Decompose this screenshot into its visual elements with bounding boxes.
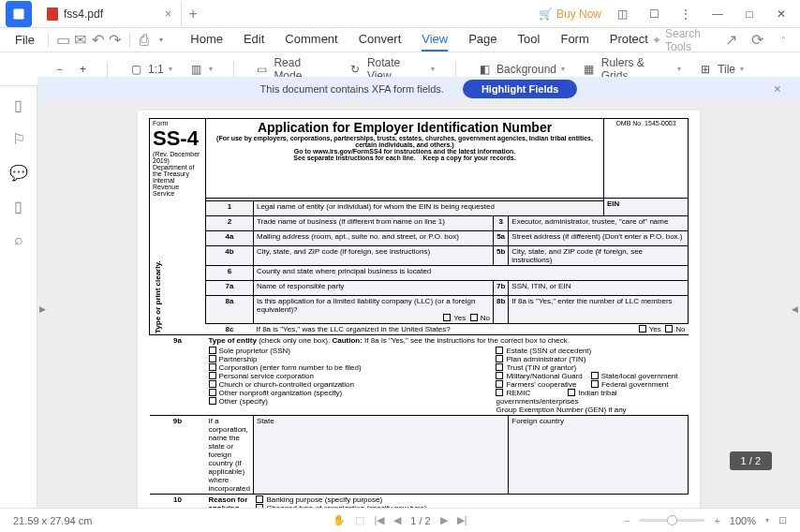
app-logo[interactable]	[6, 1, 32, 27]
next-page-button[interactable]: ▶	[440, 514, 448, 526]
tab-convert[interactable]: Convert	[359, 28, 402, 52]
tab-close-icon[interactable]: ×	[165, 7, 171, 21]
menubar: File ▭ ✉ ↶ ↷ ⎙ ▾ Home Edit Comment Conve…	[0, 28, 800, 52]
pdf-icon	[47, 7, 58, 21]
more-icon[interactable]: ⋮	[674, 3, 697, 25]
first-page-button[interactable]: |◀	[374, 514, 384, 526]
prev-page-button[interactable]: ◀	[393, 514, 401, 526]
share-icon[interactable]: ☐	[643, 3, 665, 25]
search-tools[interactable]: ✦ Search Tools	[652, 27, 713, 53]
document-tab[interactable]: fss4.pdf ×	[37, 2, 182, 26]
buy-now-link[interactable]: 🛒 Buy Now	[539, 7, 601, 21]
undo-icon[interactable]: ↶	[91, 31, 104, 50]
thumbnails-icon[interactable]: ▯	[9, 96, 28, 114]
page-dimensions: 21.59 x 27.94 cm	[13, 515, 92, 526]
zoom-in-button[interactable]: +	[80, 63, 86, 76]
tab-title: fss4.pdf	[64, 7, 103, 21]
main-tabs: Home Edit Comment Convert View Page Tool…	[190, 28, 648, 52]
bookmark-icon[interactable]: ⚐	[9, 129, 28, 148]
zoom-out-status[interactable]: −	[624, 515, 630, 526]
comments-icon[interactable]: 💬	[9, 163, 28, 182]
collapse-icon[interactable]: ⌃	[776, 31, 791, 50]
zoom-level[interactable]: 100%	[730, 515, 756, 526]
tab-protect[interactable]: Protect	[610, 28, 648, 52]
statusbar: 21.59 x 27.94 cm ✋ ⬚ |◀ ◀ 1 / 2 ▶ ▶| − +…	[0, 508, 800, 532]
maximize-button[interactable]: □	[738, 3, 761, 25]
attachments-icon[interactable]: ▯	[9, 197, 28, 215]
zoom-out-button[interactable]: −	[56, 63, 63, 76]
print-icon[interactable]: ⎙	[138, 31, 151, 50]
page-number-input[interactable]: 1 / 2	[410, 515, 430, 526]
hand-tool-icon[interactable]: ✋	[333, 514, 346, 526]
tab-form[interactable]: Form	[560, 28, 588, 52]
document-viewport[interactable]: ▶ ◀ Form SS-4 (Rev. December 2019) Depar…	[37, 101, 800, 508]
left-sidebar: ▯ ⚐ 💬 ▯ ⌕	[0, 86, 37, 508]
expand-left-icon[interactable]: ▶	[39, 304, 46, 314]
notify-icon[interactable]: ◫	[611, 3, 633, 25]
last-page-button[interactable]: ▶|	[457, 514, 467, 526]
tab-page[interactable]: Page	[468, 28, 496, 52]
cloud-icon[interactable]: ⟳	[750, 31, 765, 50]
pdf-page: Form SS-4 (Rev. December 2019) Departmen…	[138, 111, 700, 508]
tab-comment[interactable]: Comment	[285, 28, 337, 52]
infobar-close-icon[interactable]: ×	[774, 81, 781, 96]
highlight-fields-button[interactable]: Highlight Fields	[463, 80, 578, 98]
file-menu[interactable]: File	[9, 33, 40, 47]
tab-view[interactable]: View	[422, 28, 448, 52]
zoom-caret[interactable]: ▾	[765, 516, 769, 525]
titlebar: fss4.pdf × + 🛒 Buy Now ◫ ☐ ⋮ — □ ✕	[0, 0, 800, 28]
new-tab-button[interactable]: +	[182, 6, 204, 22]
select-tool-icon[interactable]: ⬚	[355, 514, 364, 526]
page-indicator-badge: 1 / 2	[730, 451, 772, 470]
fit-page-icon[interactable]: ⊡	[778, 514, 787, 526]
minimize-button[interactable]: —	[706, 3, 729, 25]
search-icon[interactable]: ⌕	[9, 230, 28, 249]
close-button[interactable]: ✕	[770, 3, 793, 25]
tab-edit[interactable]: Edit	[244, 28, 264, 52]
open-external-icon[interactable]: ↗	[724, 31, 739, 50]
mail-icon[interactable]: ✉	[74, 31, 87, 50]
infobar-message: This document contains XFA form fields.	[260, 83, 444, 95]
layout-button[interactable]: ▥▾	[189, 62, 213, 77]
save-icon[interactable]: ▭	[56, 31, 70, 50]
xfa-infobar: This document contains XFA form fields. …	[37, 77, 800, 101]
background-button[interactable]: ◧Background▾	[477, 62, 565, 77]
tile-button[interactable]: ⊞Tile▾	[698, 62, 744, 77]
expand-right-icon[interactable]: ◀	[792, 304, 798, 314]
zoom-in-status[interactable]: +	[714, 515, 719, 526]
fit-button[interactable]: ▢1:1▾	[128, 62, 172, 77]
zoom-slider[interactable]	[639, 519, 704, 522]
svg-rect-0	[13, 8, 23, 19]
tab-home[interactable]: Home	[190, 28, 223, 52]
redo-icon[interactable]: ↷	[108, 31, 121, 50]
dropdown-icon[interactable]: ▾	[155, 31, 168, 50]
tab-tool[interactable]: Tool	[518, 28, 541, 52]
